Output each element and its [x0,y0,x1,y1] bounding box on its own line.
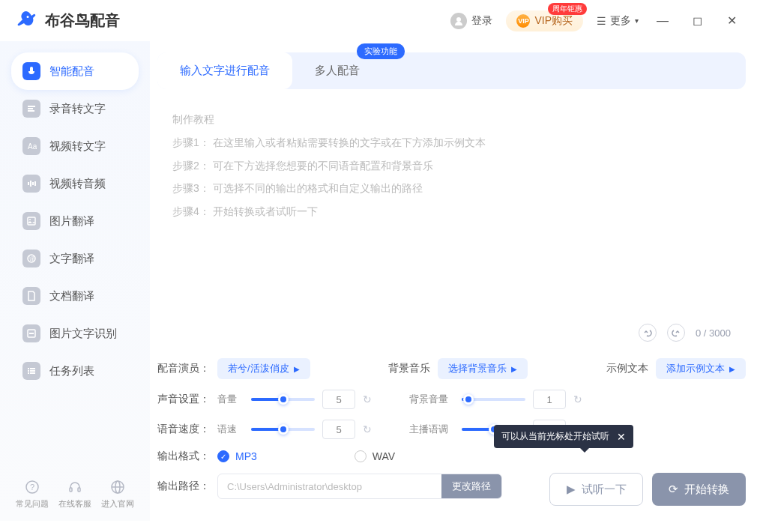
sample-select[interactable]: 添加示例文本▶ [656,358,746,379]
tab-label: 输入文字进行配音 [180,64,270,76]
svg-text:译: 译 [29,256,34,262]
wave-icon [22,175,40,193]
tab-multi-dub[interactable]: 多人配音实验功能 [292,52,382,89]
nav-label: 视频转音频 [49,177,106,191]
ph-line: 步骤4： 开始转换或者试听一下 [172,200,731,223]
faq-label: 常见问题 [16,498,49,510]
pitch-label: 主播语调 [409,423,454,436]
nav-label: 图片文字识别 [49,327,117,341]
text-editor[interactable]: 制作教程 步骤1： 在这里输入或者粘贴需要转换的文字或在下方添加示例文本 步骤2… [157,97,746,349]
tooltip-text: 可以从当前光标处开始试听 [501,430,609,443]
refresh-icon: ⟳ [669,483,678,496]
speed-value[interactable]: 5 [322,420,355,439]
svg-rect-9 [34,181,36,186]
arrow-right-icon: ▶ [729,365,735,373]
faq-button[interactable]: ?常见问题 [16,479,49,510]
experiment-badge: 实验功能 [357,43,405,59]
nav-image-translate[interactable]: 图片翻译 [11,202,139,240]
bgm-select[interactable]: 选择背景音乐▶ [438,358,528,379]
action-buttons: ▶试听一下 ⟳开始转换 [549,473,746,506]
redo-button[interactable] [667,324,685,342]
more-button[interactable]: ☰ 更多 ▾ [597,14,639,28]
bg-volume-slider[interactable] [462,398,525,401]
text-icon: Aa [22,137,40,155]
convert-label: 开始转换 [684,483,729,497]
svg-rect-20 [28,372,29,374]
reset-icon[interactable]: ↻ [363,393,372,405]
nav-video-to-audio[interactable]: 视频转音频 [11,165,139,202]
svg-rect-4 [28,110,34,112]
svg-point-11 [29,219,31,220]
tab-label: 多人配音 [315,64,360,76]
more-label: 更多 [610,14,631,28]
tooltip-close[interactable]: ✕ [617,431,626,443]
change-path-button[interactable]: 更改路径 [441,474,501,498]
nav-tasks[interactable]: 任务列表 [11,352,139,390]
path-label: 输出路径： [157,480,210,493]
ph-line: 步骤1： 在这里输入或者粘贴需要转换的文字或在下方添加示例文本 [172,131,731,154]
nav-ocr[interactable]: 图片文字识别 [11,315,139,352]
close-button[interactable]: ✕ [721,10,742,31]
nav-label: 智能配音 [49,64,94,79]
voice-actor-value: 若兮/活泼俏皮 [228,362,289,375]
vip-label: VIP购买 [534,14,573,28]
sound-label: 声音设置： [157,393,210,406]
svg-rect-3 [28,108,33,109]
nav-label: 视频转文字 [49,139,106,154]
speed-sub-label: 语速 [217,423,244,436]
ph-line: 步骤3： 可选择不同的输出的格式和自定义输出的路径 [172,177,731,200]
svg-rect-6 [28,182,29,185]
nav-label: 任务列表 [49,364,94,378]
scan-icon [22,324,40,342]
radio-wav[interactable]: WAV [355,450,395,462]
nav-audio-to-text[interactable]: 录音转文字 [11,90,139,127]
reset-icon[interactable]: ↻ [573,393,582,405]
svg-rect-17 [30,368,35,369]
vip-button[interactable]: VIP VIP购买 周年钜惠 [506,10,583,31]
bg-volume-label: 背景音量 [409,393,454,406]
svg-rect-18 [28,370,29,372]
char-counter: 0 / 3000 [696,327,731,339]
login-button[interactable]: 登录 [450,13,492,29]
preview-button[interactable]: ▶试听一下 [549,473,643,506]
nav-doc-translate[interactable]: 文档翻译 [11,277,139,315]
text-icon [22,100,40,118]
radio-mp3[interactable]: MP3 [217,450,257,462]
nav-label: 录音转文字 [49,102,106,116]
login-label: 登录 [471,14,492,28]
undo-button[interactable] [639,324,657,342]
svg-rect-15 [29,333,34,334]
support-button[interactable]: 在线客服 [58,479,91,510]
volume-value[interactable]: 5 [322,390,355,409]
sidebar: 智能配音 录音转文字 Aa视频转文字 视频转音频 图片翻译 译文字翻译 文档翻译… [0,41,150,521]
headset-icon [67,479,83,495]
nav-video-to-text[interactable]: Aa视频转文字 [11,127,139,165]
nav-smart-dubbing[interactable]: 智能配音 [11,52,139,90]
reset-icon[interactable]: ↻ [363,423,372,435]
svg-text:?: ? [30,483,34,492]
format-label: 输出格式： [157,450,210,463]
preview-label: 试听一下 [582,483,627,497]
minimize-button[interactable]: — [652,10,673,31]
website-button[interactable]: 进入官网 [101,479,134,510]
chevron-down-icon: ▾ [635,16,639,25]
tab-text-dub[interactable]: 输入文字进行配音 [157,52,292,89]
bg-volume-value[interactable]: 1 [533,390,566,409]
svg-rect-2 [28,106,35,107]
radio-label: WAV [373,450,395,462]
arrow-right-icon: ▶ [511,365,517,373]
speed-slider[interactable] [251,428,315,431]
maximize-button[interactable]: ◻ [687,10,708,31]
volume-slider[interactable] [251,398,315,401]
translate-icon: 译 [22,250,40,267]
voice-actor-label: 配音演员： [157,362,210,375]
nav-label: 图片翻译 [49,214,94,229]
voice-actor-select[interactable]: 若兮/活泼俏皮▶ [217,358,310,379]
content-area: 输入文字进行配音 多人配音实验功能 制作教程 步骤1： 在这里输入或者粘贴需要转… [150,41,757,521]
nav-text-translate[interactable]: 译文字翻译 [11,240,139,277]
mic-icon [22,62,40,80]
radio-icon [355,450,367,462]
convert-button[interactable]: ⟳开始转换 [652,473,746,506]
output-path-input[interactable]: C:\Users\Administrator\desktop 更改路径 [217,474,502,499]
nav-label: 文档翻译 [49,289,94,303]
